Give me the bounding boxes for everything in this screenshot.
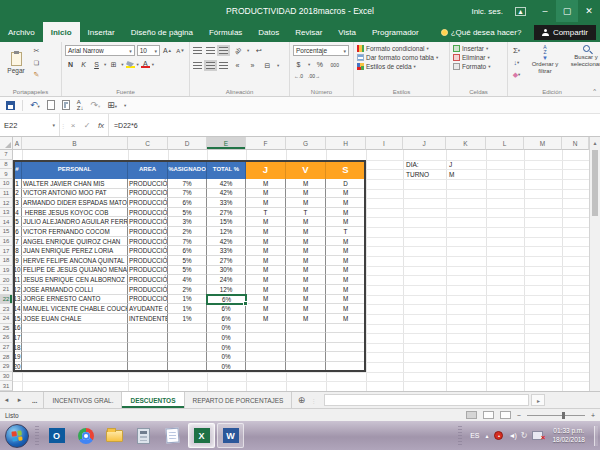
cell-H22[interactable]: M: [326, 295, 366, 305]
cell-H10[interactable]: D: [326, 179, 366, 189]
cell-G24[interactable]: M: [286, 314, 326, 324]
decrease-font-icon[interactable]: A▼: [175, 45, 186, 56]
row-header-9[interactable]: 9: [0, 169, 13, 179]
cell-C17[interactable]: PRODUCCIÓN: [128, 246, 168, 256]
row-header-27[interactable]: 27: [0, 343, 13, 353]
row-header-10[interactable]: 10: [0, 179, 13, 189]
print-preview-icon[interactable]: [62, 100, 70, 110]
cell-C21[interactable]: PRODUCCIÓN: [128, 285, 168, 295]
vertical-scroll-thumb[interactable]: [592, 150, 598, 216]
fill-icon[interactable]: ↓▾: [511, 57, 522, 68]
conditional-formatting-button[interactable]: Formato condicional▾: [357, 45, 446, 52]
normal-view-icon[interactable]: [466, 411, 477, 419]
column-header-J[interactable]: J: [403, 137, 446, 150]
cell-E28[interactable]: 0%: [207, 352, 246, 362]
cell-G18[interactable]: M: [286, 256, 326, 266]
cell-E18[interactable]: 27%: [207, 256, 246, 266]
cell-H14[interactable]: M: [326, 217, 366, 227]
qat-customize-icon[interactable]: ▾: [124, 103, 126, 108]
row-header-21[interactable]: 21: [0, 285, 13, 295]
increase-font-icon[interactable]: A▲: [162, 45, 173, 56]
cell-C15[interactable]: PRODUCCIÓN: [128, 227, 168, 237]
cell-B12[interactable]: ARMANDO DIDER ESPADAS MATOS: [22, 198, 128, 208]
cell-H13[interactable]: M: [326, 208, 366, 218]
cell-B17[interactable]: JUAN ENRIQUE PEREZ LORIA: [22, 246, 128, 256]
cell-H28[interactable]: [326, 352, 366, 362]
row-header-13[interactable]: 13: [0, 208, 13, 218]
cell-F12[interactable]: M: [246, 198, 286, 208]
table-header-asignado[interactable]: %ASIGNADO: [168, 160, 207, 179]
cell-E24[interactable]: 6%: [207, 314, 246, 324]
cell-A17[interactable]: 8: [13, 246, 22, 256]
cell-G25[interactable]: [286, 324, 326, 334]
cell-C19[interactable]: PRODUCCIÓN: [128, 266, 168, 276]
cell-A15[interactable]: 6: [13, 227, 22, 237]
formula-input[interactable]: =D22*6: [108, 114, 600, 136]
cell-F28[interactable]: [246, 352, 286, 362]
cell-F27[interactable]: [246, 343, 286, 353]
cell-G21[interactable]: M: [286, 285, 326, 295]
cell-K8[interactable]: J: [447, 160, 486, 170]
cancel-icon[interactable]: ×: [66, 114, 80, 136]
cell-G13[interactable]: T: [286, 208, 326, 218]
underline-button[interactable]: S: [91, 59, 102, 70]
row-header-19[interactable]: 19: [0, 266, 13, 276]
row-header-12[interactable]: 12: [0, 198, 13, 208]
ribbon-tab-programador[interactable]: Programador: [364, 22, 427, 42]
cell-D21[interactable]: 2%: [168, 285, 207, 295]
start-button[interactable]: [5, 424, 29, 448]
cell-H15[interactable]: T: [326, 227, 366, 237]
ribbon-tab-revisar[interactable]: Revisar: [287, 22, 330, 42]
column-header-B[interactable]: B: [22, 137, 128, 150]
thousands-format-icon[interactable]: 000: [329, 59, 340, 70]
cell-A18[interactable]: 9: [13, 256, 22, 266]
cell-K9[interactable]: M: [447, 169, 486, 179]
column-header-M[interactable]: M: [524, 137, 562, 150]
cell-G27[interactable]: [286, 343, 326, 353]
cell-C14[interactable]: PRODUCCIÓN: [128, 217, 168, 227]
autosum-icon[interactable]: Σ▾: [511, 45, 522, 56]
cell-C24[interactable]: INTENDENTE: [128, 314, 168, 324]
row-header-8[interactable]: 8: [0, 160, 13, 170]
table-header-day-S[interactable]: S: [326, 160, 366, 179]
cell-D11[interactable]: 7%: [168, 189, 207, 199]
cell-E13[interactable]: 27%: [207, 208, 246, 218]
cell-B27[interactable]: [22, 343, 128, 353]
cell-J9[interactable]: TURNO: [404, 169, 446, 179]
cell-A14[interactable]: 5: [13, 217, 22, 227]
cell-B24[interactable]: JOSE EUAN CHALE: [22, 314, 128, 324]
cell-G19[interactable]: M: [286, 266, 326, 276]
cell-F26[interactable]: [246, 333, 286, 343]
ribbon-tab-archivo[interactable]: Archivo: [0, 22, 43, 42]
cell-F10[interactable]: M: [246, 179, 286, 189]
cell-G15[interactable]: M: [286, 227, 326, 237]
sort-filter-button[interactable]: AZ ▼ Ordenar y filtrar: [527, 45, 563, 74]
cell-H17[interactable]: M: [326, 246, 366, 256]
vertical-scrollbar[interactable]: ▲: [589, 137, 600, 391]
cell-G11[interactable]: M: [286, 189, 326, 199]
clear-icon[interactable]: ◆▾: [511, 69, 522, 80]
cell-D28[interactable]: [168, 352, 207, 362]
sheet-tab-reparto-de-porcentajes[interactable]: REPARTO DE PORCENTAJES: [185, 392, 293, 408]
cell-A21[interactable]: 12: [13, 285, 22, 295]
name-box-dropdown-icon[interactable]: ▾: [50, 122, 55, 128]
table-header-personal[interactable]: PERSONAL: [22, 160, 128, 179]
cell-A19[interactable]: 10: [13, 266, 22, 276]
cell-C23[interactable]: AYUDANTE GR: [128, 304, 168, 314]
enter-icon[interactable]: ✓: [80, 114, 94, 136]
scroll-up-icon[interactable]: ▲: [590, 137, 600, 148]
row-header-15[interactable]: 15: [0, 227, 13, 237]
cell-B23[interactable]: MANUEL VICENTE CHABLE COUCH: [22, 304, 128, 314]
cell-H24[interactable]: M: [326, 314, 366, 324]
cell-A23[interactable]: 14: [13, 304, 22, 314]
sheet-nav-right-icon[interactable]: ▸: [13, 392, 26, 408]
cell-E14[interactable]: 15%: [207, 217, 246, 227]
increase-decimal-icon[interactable]: ←.0: [293, 70, 304, 81]
cell-D29[interactable]: [168, 362, 207, 372]
ribbon-tab-insertar[interactable]: Insertar: [80, 22, 123, 42]
cell-G26[interactable]: [286, 333, 326, 343]
cell-B20[interactable]: JESUS ENRIQUE CEN ALBORNOZ: [22, 275, 128, 285]
worksheet-grid[interactable]: DIA: J TURNO M 6% ▲ ABCDEFGHIJKLMN789101…: [0, 137, 600, 391]
cell-F14[interactable]: M: [246, 217, 286, 227]
cell-F16[interactable]: M: [246, 237, 286, 247]
